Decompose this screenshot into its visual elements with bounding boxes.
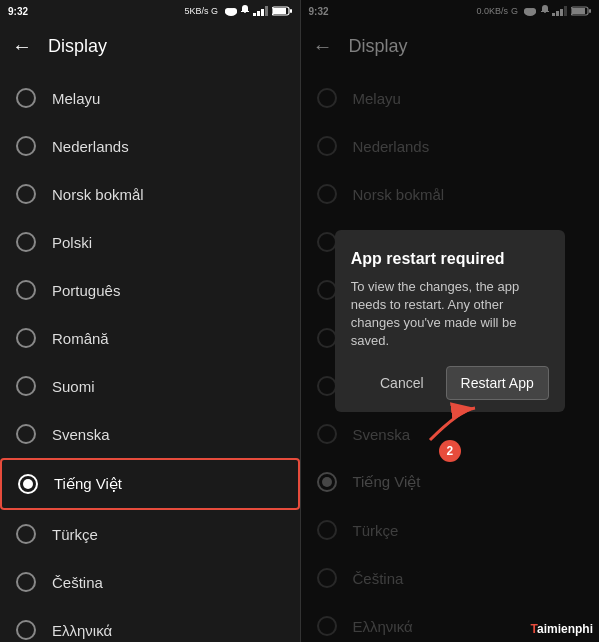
left-back-arrow[interactable]: ←: [12, 35, 32, 58]
radio-tiengviet[interactable]: [18, 474, 38, 494]
left-top-bar: ← Display: [0, 22, 300, 70]
language-label: Polski: [52, 234, 92, 251]
svg-text:G: G: [211, 6, 218, 16]
list-item-tieng-viet[interactable]: Tiếng Việt ← 1: [0, 458, 300, 510]
watermark-text: aimienphi: [537, 622, 593, 636]
radio-turkce[interactable]: [16, 524, 36, 544]
list-item[interactable]: Melayu: [0, 74, 300, 122]
language-label: Nederlands: [52, 138, 129, 155]
right-phone-panel: 9:32 0.0KB/s G ←: [300, 0, 600, 642]
left-time: 9:32: [8, 6, 28, 17]
radio-norsk[interactable]: [16, 184, 36, 204]
left-network-speed: 5KB/s: [184, 6, 208, 16]
list-item[interactable]: Türkçe: [0, 510, 300, 558]
cancel-button[interactable]: Cancel: [366, 367, 438, 399]
watermark: Taimienphi: [531, 622, 593, 636]
restart-dialog: App restart required To view the changes…: [335, 230, 565, 413]
svg-rect-7: [265, 6, 268, 16]
dialog-buttons: Cancel Restart App: [351, 366, 549, 400]
list-item[interactable]: Nederlands: [0, 122, 300, 170]
list-item[interactable]: Suomi: [0, 362, 300, 410]
left-screen-title: Display: [48, 36, 107, 57]
dialog-title: App restart required: [351, 250, 549, 268]
left-phone-panel: 9:32 5KB/s G: [0, 0, 300, 642]
language-label: Suomi: [52, 378, 95, 395]
radio-svenska[interactable]: [16, 424, 36, 444]
radio-melayu[interactable]: [16, 88, 36, 108]
restart-app-button[interactable]: Restart App: [446, 366, 549, 400]
language-label: Melayu: [52, 90, 100, 107]
left-language-list: Melayu Nederlands Norsk bokmål Polski Po…: [0, 70, 300, 642]
left-signal-icons: G: [211, 4, 291, 18]
language-label: Română: [52, 330, 109, 347]
svg-point-2: [225, 8, 231, 14]
radio-ellinika[interactable]: [16, 620, 36, 640]
radio-portugues[interactable]: [16, 280, 36, 300]
radio-romana[interactable]: [16, 328, 36, 348]
language-label: Tiếng Việt: [54, 475, 122, 493]
radio-nederlands[interactable]: [16, 136, 36, 156]
list-item[interactable]: Português: [0, 266, 300, 314]
svg-rect-6: [261, 9, 264, 16]
radio-suomi[interactable]: [16, 376, 36, 396]
svg-point-3: [231, 8, 237, 14]
dialog-message: To view the changes, the app needs to re…: [351, 278, 549, 351]
list-item[interactable]: Română: [0, 314, 300, 362]
svg-rect-4: [253, 13, 256, 16]
language-label: Čeština: [52, 574, 103, 591]
radio-polski[interactable]: [16, 232, 36, 252]
list-item[interactable]: Ελληνικά: [0, 606, 300, 642]
language-label: Svenska: [52, 426, 110, 443]
svg-rect-10: [290, 9, 292, 13]
language-label: Türkçe: [52, 526, 98, 543]
language-label: Norsk bokmål: [52, 186, 144, 203]
language-label: Português: [52, 282, 120, 299]
svg-rect-9: [273, 8, 286, 14]
list-item[interactable]: Svenska: [0, 410, 300, 458]
left-status-bar: 9:32 5KB/s G: [0, 0, 300, 22]
left-status-icons: 5KB/s G: [184, 4, 291, 18]
svg-rect-5: [257, 11, 260, 16]
dialog-overlay: App restart required To view the changes…: [301, 0, 600, 642]
radio-cestina[interactable]: [16, 572, 36, 592]
list-item[interactable]: Norsk bokmål: [0, 170, 300, 218]
radio-inner-dot: [23, 479, 33, 489]
language-label: Ελληνικά: [52, 622, 112, 639]
list-item[interactable]: Čeština: [0, 558, 300, 606]
list-item[interactable]: Polski: [0, 218, 300, 266]
